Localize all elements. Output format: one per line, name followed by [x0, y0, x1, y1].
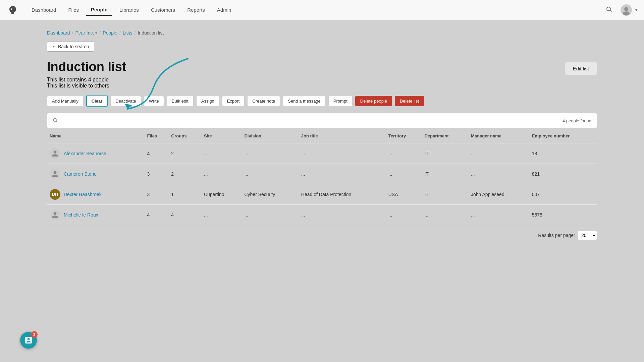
- svg-point-6: [53, 118, 56, 121]
- back-to-search-button[interactable]: ← Back to search: [47, 42, 94, 52]
- col-department: Department: [422, 129, 468, 143]
- add-manually-button[interactable]: Add Manually: [47, 96, 84, 106]
- breadcrumb-lists[interactable]: Lists: [123, 30, 132, 36]
- avatar: [50, 148, 60, 159]
- cell-groups: 2: [168, 164, 201, 184]
- clear-button[interactable]: Clear: [86, 96, 108, 107]
- page-title: Induction list: [47, 60, 126, 74]
- nav-people[interactable]: People: [86, 4, 112, 16]
- cell-site: ...: [201, 143, 242, 164]
- col-groups: Groups: [168, 129, 201, 143]
- deactivate-button[interactable]: Deactivate: [110, 96, 141, 106]
- top-navigation: Dashboard Files People Libraries Custome…: [0, 0, 644, 20]
- delete-people-button[interactable]: Delete people: [355, 96, 392, 106]
- cell-manager: ...: [468, 143, 529, 164]
- breadcrumb-company-link[interactable]: Pear Inc.: [75, 30, 94, 36]
- avatar[interactable]: [621, 4, 632, 16]
- floating-notifications-button[interactable]: 3: [20, 332, 37, 349]
- avatar: [50, 209, 60, 220]
- cell-site: ...: [201, 164, 242, 184]
- person-name-link[interactable]: Dexter Haasbroek: [64, 192, 102, 197]
- cell-department: IT: [422, 164, 468, 184]
- person-name-link[interactable]: Michelle le Roux: [64, 212, 98, 218]
- cell-name: Michelle le Roux: [47, 205, 144, 225]
- export-button[interactable]: Export: [222, 96, 245, 106]
- breadcrumb-company[interactable]: Pear Inc. ▾: [75, 30, 97, 36]
- cell-department: IT: [422, 143, 468, 164]
- cell-job-title: ...: [299, 164, 386, 184]
- create-note-button[interactable]: Create note: [247, 96, 280, 106]
- nav-dashboard[interactable]: Dashboard: [27, 4, 61, 15]
- cell-manager: John Appleseed: [468, 184, 529, 205]
- cell-territory: ...: [386, 143, 422, 164]
- nav-files[interactable]: Files: [63, 4, 84, 15]
- edit-list-button[interactable]: Edit list: [565, 62, 597, 75]
- nav-reports[interactable]: Reports: [182, 4, 210, 15]
- app-logo[interactable]: [7, 4, 19, 16]
- cell-files: 4: [144, 143, 168, 164]
- table-row: Alexander Seahorse 4 2 ... ... ... ... I…: [47, 143, 597, 164]
- cell-job-title: Head of Data Protection: [299, 184, 386, 205]
- col-name: Name: [47, 129, 144, 143]
- cell-job-title: ...: [299, 143, 386, 164]
- search-input[interactable]: [58, 118, 562, 123]
- send-message-button[interactable]: Send a message: [283, 96, 326, 106]
- cell-department: IT: [422, 184, 468, 205]
- table-body: Alexander Seahorse 4 2 ... ... ... ... I…: [47, 143, 597, 225]
- breadcrumb-dashboard[interactable]: Dashboard: [47, 30, 70, 36]
- user-menu-chevron[interactable]: ▾: [635, 8, 637, 12]
- cell-department: ...: [422, 205, 468, 225]
- nav-admin[interactable]: Admin: [212, 4, 236, 15]
- cell-employee-number: 18: [529, 143, 597, 164]
- cell-site: ...: [201, 205, 242, 225]
- table-row: Cameron Stone 3 2 ... ... ... ... IT ...…: [47, 164, 597, 184]
- cell-groups: 4: [168, 205, 201, 225]
- cell-employee-number: 007: [529, 184, 597, 205]
- assign-button[interactable]: Assign: [196, 96, 219, 106]
- cell-files: 3: [144, 184, 168, 205]
- nav-customers[interactable]: Customers: [146, 4, 180, 15]
- col-files: Files: [144, 129, 168, 143]
- cell-groups: 2: [168, 143, 201, 164]
- cell-name: Alexander Seahorse: [47, 143, 144, 164]
- write-button[interactable]: Write: [144, 96, 164, 106]
- page-subtitle: This list contains 4 people This list is…: [47, 77, 126, 89]
- prompt-button[interactable]: Prompt: [328, 96, 353, 106]
- col-site: Site: [201, 129, 242, 143]
- breadcrumb-current: Induction list: [138, 30, 164, 36]
- cell-manager: ...: [468, 164, 529, 184]
- results-per-page-select[interactable]: 10 20 50 100: [578, 231, 597, 240]
- col-territory: Territory: [386, 129, 422, 143]
- col-manager: Manager name: [468, 129, 529, 143]
- table-row: DH Dexter Haasbroek 3 1 Cupertino Cyber …: [47, 184, 597, 205]
- cell-site: Cupertino: [201, 184, 242, 205]
- person-name-link[interactable]: Cameron Stone: [64, 171, 97, 177]
- cell-division: ...: [241, 143, 298, 164]
- avatar: [50, 169, 60, 179]
- svg-line-7: [56, 121, 57, 122]
- cell-territory: ...: [386, 164, 422, 184]
- company-chevron-icon: ▾: [95, 31, 97, 35]
- svg-point-0: [11, 8, 12, 10]
- cell-job-title: ...: [299, 205, 386, 225]
- person-name-link[interactable]: Alexander Seahorse: [64, 151, 106, 156]
- svg-line-2: [610, 10, 612, 12]
- page-header-left: Induction list This list contains 4 peop…: [47, 60, 126, 89]
- svg-point-4: [623, 11, 630, 15]
- search-input-icon: [53, 118, 58, 124]
- bulk-edit-button[interactable]: Bulk edit: [167, 96, 194, 106]
- cell-files: 3: [144, 164, 168, 184]
- main-content: Dashboard / Pear Inc. ▾ / People / Lists…: [0, 20, 644, 362]
- delete-list-button[interactable]: Delete list: [395, 96, 424, 106]
- col-division: Division: [241, 129, 298, 143]
- breadcrumb-sep-2: /: [99, 30, 101, 36]
- people-table: Name Files Groups Site Division Job titl…: [47, 129, 597, 225]
- svg-point-3: [624, 7, 628, 11]
- nav-libraries[interactable]: Libraries: [115, 4, 144, 15]
- cell-territory: USA: [386, 184, 422, 205]
- cell-name: Cameron Stone: [47, 164, 144, 184]
- breadcrumb-people[interactable]: People: [103, 30, 117, 36]
- breadcrumb-sep-1: /: [72, 30, 73, 36]
- search-icon[interactable]: [603, 3, 615, 17]
- cell-name: DH Dexter Haasbroek: [47, 184, 144, 205]
